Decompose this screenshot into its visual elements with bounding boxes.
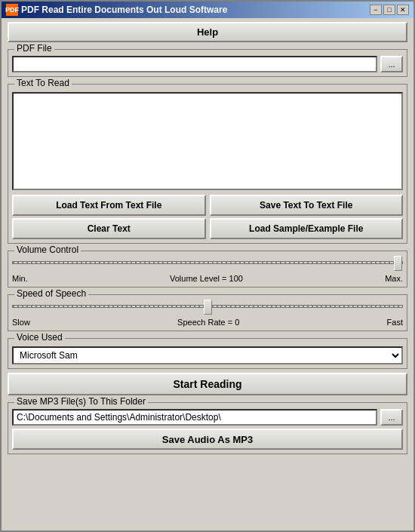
speed-value-label: Speech Rate = 0 (177, 318, 239, 327)
clear-text-button[interactable]: Clear Text (12, 218, 206, 239)
title-bar-left: PDF PDF Read Entire Documents Out Loud S… (6, 4, 227, 16)
close-button[interactable]: ✕ (397, 5, 409, 15)
voice-select[interactable]: Microsoft Sam Microsoft Mary Microsoft M… (12, 346, 403, 364)
volume-min-label: Min. (12, 274, 28, 283)
save-mp3-row: ... (12, 409, 403, 426)
voice-used-label: Voice Used (14, 332, 65, 343)
save-mp3-path-input[interactable] (12, 409, 377, 426)
speed-slider[interactable] (12, 299, 403, 314)
volume-labels: Min. Volume Level = 100 Max. (12, 274, 403, 283)
text-buttons-row2: Clear Text Load Sample/Example File (12, 218, 403, 239)
text-to-read-input[interactable] (12, 92, 403, 190)
app-icon: PDF (6, 4, 18, 16)
volume-value-label: Volume Level = 100 (170, 274, 243, 283)
load-text-button[interactable]: Load Text From Text File (12, 195, 206, 216)
content-area: Help PDF File ... Text To Read Load Text… (2, 18, 413, 530)
pdf-file-input[interactable] (12, 56, 377, 72)
save-mp3-group: Save MP3 File(s) To This Folder ... Save… (8, 402, 407, 454)
save-text-button[interactable]: Save Text To Text File (210, 195, 404, 216)
minimize-button[interactable]: − (370, 5, 382, 15)
text-to-read-group: Text To Read Load Text From Text File Sa… (8, 84, 407, 244)
help-button[interactable]: Help (8, 22, 407, 42)
speed-min-label: Slow (12, 318, 30, 327)
start-reading-button[interactable]: Start Reading (8, 373, 407, 395)
voice-used-group: Voice Used Microsoft Sam Microsoft Mary … (8, 338, 407, 369)
save-mp3-label: Save MP3 File(s) To This Folder (14, 396, 148, 407)
speed-labels: Slow Speech Rate = 0 Fast (12, 318, 403, 327)
title-controls: − □ ✕ (370, 5, 409, 15)
volume-control-label: Volume Control (14, 244, 81, 255)
window-title: PDF Read Entire Documents Out Loud Softw… (21, 5, 227, 15)
speed-max-label: Fast (387, 318, 403, 327)
volume-slider[interactable] (12, 255, 403, 270)
text-to-read-label: Text To Read (14, 78, 72, 88)
volume-control-group: Volume Control Min. Volume Level = 100 M… (8, 251, 407, 288)
main-window: PDF PDF Read Entire Documents Out Loud S… (0, 0, 415, 532)
title-bar: PDF PDF Read Entire Documents Out Loud S… (2, 2, 413, 18)
pdf-browse-button[interactable]: ... (380, 56, 403, 72)
speed-of-speech-label: Speed of Speech (14, 288, 88, 299)
pdf-file-group: PDF File ... (8, 49, 407, 77)
speed-of-speech-group: Speed of Speech Slow Speech Rate = 0 Fas… (8, 294, 407, 331)
volume-max-label: Max. (385, 274, 403, 283)
pdf-file-label: PDF File (14, 43, 54, 54)
save-mp3-browse-button[interactable]: ... (380, 409, 403, 426)
text-buttons-row1: Load Text From Text File Save Text To Te… (12, 195, 403, 216)
maximize-button[interactable]: □ (383, 5, 395, 15)
save-audio-button[interactable]: Save Audio As MP3 (12, 429, 403, 450)
pdf-file-row: ... (12, 56, 403, 72)
load-sample-button[interactable]: Load Sample/Example File (210, 218, 404, 239)
